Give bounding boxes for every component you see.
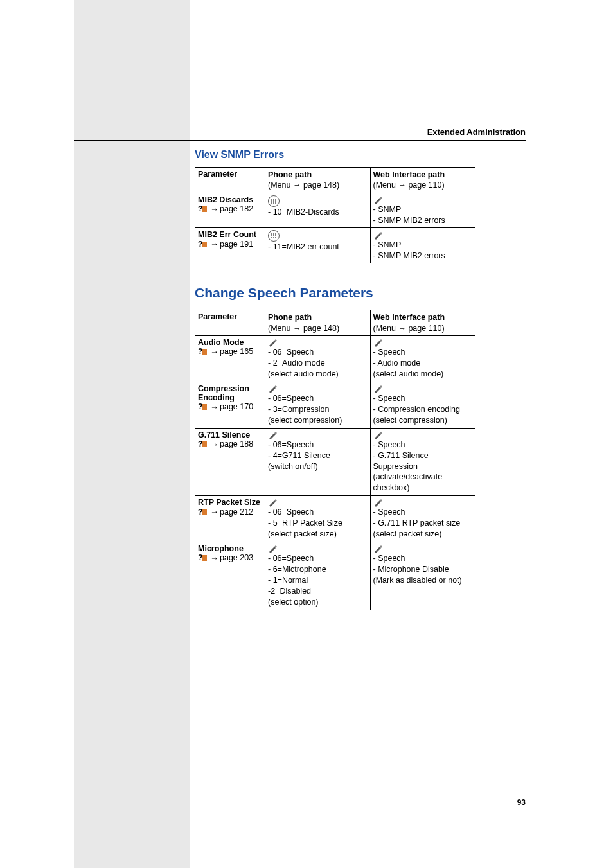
web-path-cell: - SNMP - SNMP MIB2 errors (370, 228, 475, 263)
help-icon: ? (198, 402, 208, 411)
col-header-parameter: Parameter (195, 310, 265, 336)
svg-point-20 (273, 237, 274, 238)
web-path-cell: - Speech - Compression encoding (select … (370, 382, 475, 428)
svg-point-18 (275, 235, 276, 236)
web-line: - Speech (373, 553, 473, 564)
web-line: - Compression encoding (373, 404, 473, 415)
param-page-link[interactable]: ? → page 170 (198, 402, 253, 412)
param-cell: MIB2 Discards ? → page 182 (195, 193, 265, 228)
phone-line: (select compression) (268, 415, 368, 426)
col-header-web-path: Web Interface path (Menu → page 110) (370, 310, 475, 336)
web-line: - Speech (373, 439, 473, 450)
param-page-link[interactable]: ? → page 191 (198, 239, 253, 249)
web-line: - Microphone Disable (373, 564, 473, 575)
page-ref: page 188 (220, 439, 253, 448)
param-name: MIB2 Discards (198, 195, 253, 204)
svg-point-16 (271, 235, 272, 236)
table-row: G.711 Silence ? → page 188 - 06=Speech -… (195, 428, 475, 496)
help-icon: ? (198, 204, 208, 213)
col-header-phone-l1: Phone path (268, 312, 368, 323)
phone-line: - 06=Speech (268, 553, 368, 564)
param-name-l2: Encoding (198, 393, 235, 402)
menu-suffix: page 148) (301, 181, 339, 190)
page-ref: page 182 (220, 204, 253, 213)
web-line: - SNMP MIB2 errors (373, 215, 473, 226)
page-ref: page 191 (220, 240, 253, 249)
phone-line: -2=Disabled (268, 586, 368, 597)
keypad-icon (268, 230, 280, 242)
phone-line: (select packet size) (268, 529, 368, 540)
param-cell: Microphone ? → page 203 (195, 542, 265, 610)
param-name: MIB2 Err Count (198, 230, 256, 239)
phone-line: - 1=Normal (268, 575, 368, 586)
svg-rect-27 (202, 441, 207, 447)
svg-rect-25 (202, 404, 207, 410)
col-header-web-l2: (Menu → page 110) (373, 323, 473, 333)
table-header-row: Parameter Phone path (Menu → page 148) W… (195, 168, 475, 193)
param-page-link[interactable]: ? → page 182 (198, 204, 253, 214)
web-path-cell: - Speech - Microphone Disable (Mark as d… (370, 542, 475, 610)
page-number: 93 (517, 798, 526, 807)
col-header-web-path: Web Interface path (Menu → page 110) (370, 168, 475, 193)
pen-icon (268, 385, 278, 393)
arrow-icon: → (210, 507, 218, 517)
table-snmp-errors: Parameter Phone path (Menu → page 148) W… (195, 167, 475, 263)
section-title-snmp: View SNMP Errors (195, 149, 475, 161)
svg-rect-1 (202, 206, 207, 212)
svg-point-13 (271, 233, 272, 235)
help-icon: ? (198, 508, 208, 517)
help-icon: ? (198, 240, 208, 249)
param-page-link[interactable]: ? → page 203 (198, 553, 253, 563)
arrow-icon: → (210, 553, 218, 563)
web-line: (Mark as disabled or not) (373, 575, 473, 586)
phone-path-cell: - 06=Speech - 2=Audio mode (select audio… (265, 335, 371, 382)
table-row: Compression Encoding ? → page 170 - 06=S… (195, 382, 475, 428)
param-cell: Compression Encoding ? → page 170 (195, 382, 265, 428)
param-page-link[interactable]: ? → page 165 (198, 347, 253, 357)
col-header-phone-l2: (Menu → page 148) (268, 323, 368, 333)
phone-line: - 11=MIB2 err count (268, 242, 368, 252)
table-row: MIB2 Discards ? → page 182 - 10=MIB2-Dis… (195, 193, 475, 228)
param-page-link[interactable]: ? → page 212 (198, 507, 253, 517)
phone-line: - 06=Speech (268, 507, 368, 518)
param-cell: Audio Mode ? → page 165 (195, 335, 265, 382)
phone-line: - 6=Mictrophone (268, 564, 368, 575)
param-page-link[interactable]: ? → page 188 (198, 439, 253, 449)
svg-rect-29 (202, 509, 207, 515)
svg-point-6 (273, 200, 274, 202)
phone-path-cell: - 06=Speech - 6=Mictrophone - 1=Normal -… (265, 542, 371, 610)
pen-icon (268, 545, 278, 553)
help-icon: ? (198, 553, 208, 562)
web-line: - Speech (373, 347, 473, 358)
menu-prefix: (Menu (373, 181, 398, 190)
svg-point-4 (275, 199, 276, 200)
web-path-cell: - Speech - G.711 Silence Suppression (ac… (370, 428, 475, 496)
col-header-phone-path: Phone path (Menu → page 148) (265, 168, 371, 193)
web-line: - SNMP (373, 204, 473, 215)
arrow-icon: → (210, 402, 218, 412)
table-row: RTP Packet Size ? → page 212 - 06=Speech… (195, 496, 475, 542)
param-cell: RTP Packet Size ? → page 212 (195, 496, 265, 542)
pen-icon (373, 196, 384, 204)
col-header-web-l1: Web Interface path (373, 170, 473, 180)
phone-line: (switch on/off) (268, 461, 368, 472)
keypad-icon (268, 195, 280, 207)
menu-prefix: (Menu (268, 324, 293, 333)
web-line: (select audio mode) (373, 369, 473, 380)
help-icon: ? (198, 347, 208, 356)
phone-line: - 5=RTP Packet Size (268, 518, 368, 529)
pen-icon (373, 431, 384, 439)
table-row: Audio Mode ? → page 165 - 06=Speech - 2=… (195, 335, 475, 382)
phone-line: - 06=Speech (268, 347, 368, 358)
menu-suffix: page 148) (301, 324, 339, 333)
web-path-cell: - SNMP - SNMP MIB2 errors (370, 193, 475, 228)
phone-path-cell: - 11=MIB2 err count (265, 228, 371, 263)
svg-point-17 (273, 235, 274, 236)
web-line: - SNMP MIB2 errors (373, 251, 473, 261)
web-path-cell: - Speech - G.711 RTP packet size (select… (370, 496, 475, 542)
left-sidebar (74, 0, 190, 868)
phone-line: (select option) (268, 597, 368, 608)
pen-icon (373, 231, 384, 240)
page-ref: page 170 (220, 402, 253, 411)
phone-path-cell: - 06=Speech - 4=G711 Silence (switch on/… (265, 428, 371, 496)
